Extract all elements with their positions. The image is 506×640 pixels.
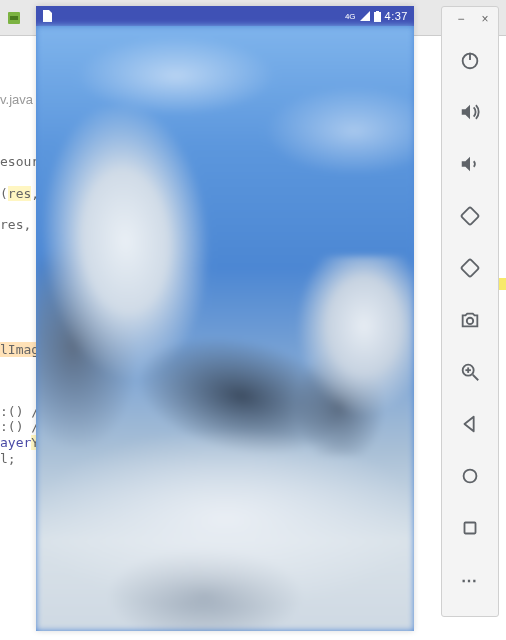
- more-icon: ⋯: [461, 571, 479, 590]
- android-statusbar: 4G 4:37: [36, 6, 414, 26]
- volume-up-button[interactable]: [448, 90, 492, 134]
- svg-line-10: [473, 375, 479, 381]
- battery-icon: [374, 11, 381, 22]
- svg-rect-1: [10, 16, 18, 20]
- volume-down-icon: [459, 153, 481, 175]
- svg-rect-6: [461, 207, 479, 225]
- screenshot-button[interactable]: [448, 298, 492, 342]
- more-button[interactable]: ⋯: [448, 558, 492, 602]
- back-button[interactable]: [448, 402, 492, 446]
- home-icon: [459, 465, 481, 487]
- volume-down-button[interactable]: [448, 142, 492, 186]
- window-controls: − ×: [442, 7, 498, 34]
- rotate-right-button[interactable]: [448, 246, 492, 290]
- zoom-button[interactable]: [448, 350, 492, 394]
- close-button[interactable]: ×: [474, 10, 496, 28]
- svg-rect-14: [465, 523, 476, 534]
- camera-icon: [459, 309, 481, 331]
- clock: 4:37: [385, 10, 408, 22]
- svg-point-8: [467, 318, 473, 324]
- rotate-right-icon: [459, 257, 481, 279]
- app-content-image: [36, 26, 414, 631]
- minimize-button[interactable]: −: [450, 10, 472, 28]
- overview-icon: [459, 517, 481, 539]
- rotate-left-icon: [459, 205, 481, 227]
- rotate-left-button[interactable]: [448, 194, 492, 238]
- overview-button[interactable]: [448, 506, 492, 550]
- ide-app-icon: [6, 10, 22, 26]
- svg-rect-3: [376, 11, 379, 12]
- svg-rect-7: [461, 259, 479, 277]
- signal-icon: [360, 11, 370, 21]
- power-icon: [459, 49, 481, 71]
- network-type-badge: 4G: [345, 12, 356, 21]
- power-button[interactable]: [448, 38, 492, 82]
- emulator-toolbar: − × ⋯: [441, 6, 499, 617]
- volume-up-icon: [459, 101, 481, 123]
- back-icon: [459, 413, 481, 435]
- emulator-screen[interactable]: 4G 4:37: [36, 6, 414, 631]
- home-button[interactable]: [448, 454, 492, 498]
- svg-rect-2: [374, 12, 381, 22]
- zoom-in-icon: [459, 361, 481, 383]
- svg-point-13: [464, 470, 477, 483]
- sdcard-icon: [42, 10, 52, 22]
